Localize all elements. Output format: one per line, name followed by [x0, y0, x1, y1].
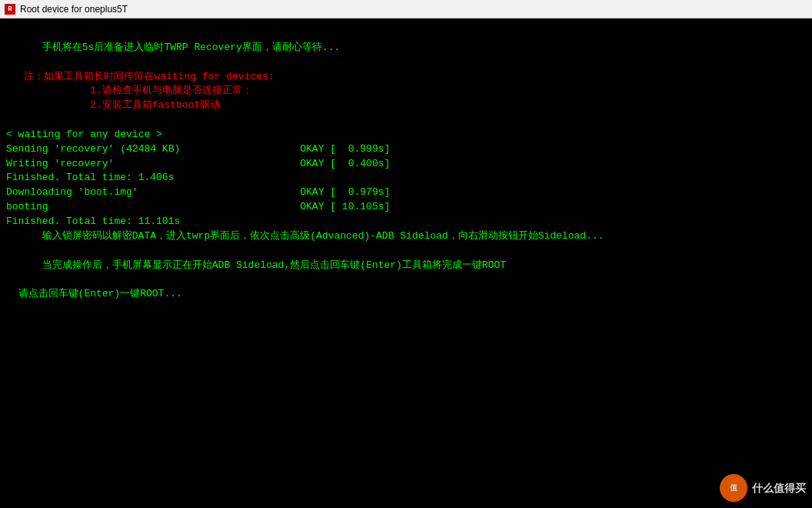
- terminal-line: [6, 113, 806, 128]
- terminal-line: Finished. Total time: 1.406s: [6, 171, 806, 185]
- terminal-output: 手机将在5s后准备进入临时TWRP Recovery界面，请耐心等待... 注：…: [0, 18, 812, 508]
- app-icon: R: [5, 4, 15, 15]
- watermark: 值 什么值得买: [720, 474, 806, 502]
- terminal-line: 输入锁屏密码以解密DATA，进入twrp界面后，依次点击高级(Advanced)…: [6, 229, 806, 244]
- terminal-line: Downloading 'boot.img' OKAY [ 0.979s]: [6, 185, 806, 200]
- terminal-line: 1.请检查手机与电脑是否连接正常；: [6, 84, 806, 99]
- titlebar: R Root device for oneplus5T: [0, 0, 812, 18]
- terminal-line: 手机将在5s后准备进入临时TWRP Recovery界面，请耐心等待...: [6, 41, 806, 55]
- terminal-line: Sending 'recovery' (42484 KB) OKAY [ 0.9…: [6, 142, 806, 157]
- terminal-line: Finished. Total time: 11.101s: [6, 215, 806, 229]
- watermark-label: 什么值得买: [752, 480, 806, 496]
- terminal-line: Writing 'recovery' OKAY [ 0.400s]: [6, 157, 806, 172]
- terminal-line: [6, 244, 806, 259]
- terminal-line: < waiting for any device >: [6, 128, 806, 142]
- terminal-line: [6, 55, 806, 70]
- terminal-line: [6, 26, 806, 41]
- terminal-line: 注：如果工具箱长时间停留在waiting for devices:: [6, 70, 806, 85]
- terminal-line: 2.安装工具箱fastboot驱动: [6, 99, 806, 113]
- terminal-line: 当完成操作后，手机屏幕显示正在开始ADB Sideload,然后点击回车键(En…: [6, 259, 806, 273]
- terminal-line: booting OKAY [ 10.105s]: [6, 200, 806, 215]
- terminal-line: [6, 272, 806, 287]
- terminal-lines: 手机将在5s后准备进入临时TWRP Recovery界面，请耐心等待... 注：…: [6, 26, 806, 302]
- window-title: Root device for oneplus5T: [20, 4, 128, 15]
- terminal-line: 请点击回车键(Enter)一键ROOT...: [6, 287, 806, 302]
- watermark-logo: 值: [720, 474, 747, 502]
